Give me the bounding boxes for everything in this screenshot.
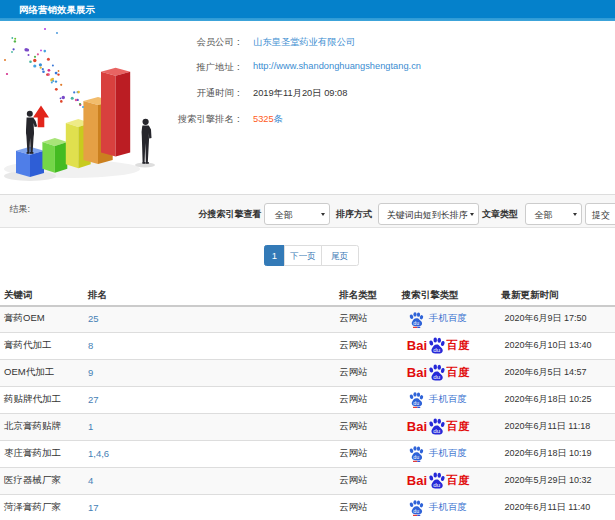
svg-text:du: du	[433, 373, 440, 380]
svg-text:du: du	[413, 454, 419, 460]
svg-text:du: du	[433, 481, 440, 488]
svg-text:du: du	[413, 400, 419, 406]
svg-text:du: du	[413, 319, 419, 325]
svg-text:du: du	[433, 346, 440, 353]
svg-text:du: du	[413, 508, 419, 514]
svg-text:du: du	[433, 427, 440, 434]
